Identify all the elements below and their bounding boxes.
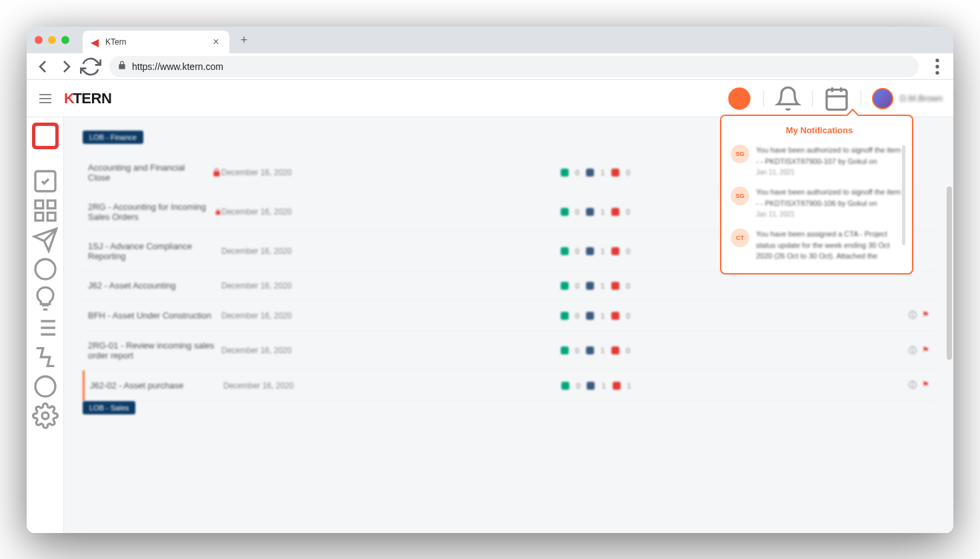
status-blue-icon	[586, 247, 594, 255]
status-value: 1	[601, 346, 605, 354]
row-date: December 16, 2020	[221, 207, 315, 217]
row-date: December 16, 2020	[223, 381, 317, 390]
flag-icon[interactable]: ⚑	[922, 310, 929, 321]
logo-text: TERN	[73, 90, 111, 107]
window-minimize-button[interactable]	[48, 36, 56, 44]
notification-date: Jan 11, 2021	[756, 211, 903, 218]
lock-icon	[215, 207, 221, 217]
info-icon[interactable]: ⓘ	[909, 345, 917, 356]
browser-tab[interactable]: ◀ KTern ×	[83, 31, 229, 53]
divider	[812, 91, 813, 107]
status-value: 0	[626, 282, 630, 290]
table-row[interactable]: 2RG-01 - Review incoming sales order rep…	[83, 331, 935, 370]
status-red-icon	[611, 312, 619, 320]
sidebar-item-list[interactable]	[32, 314, 59, 341]
row-date: December 16, 2020	[221, 346, 315, 355]
group-label[interactable]: LOB - Sales	[83, 401, 135, 414]
row-name: 2RG - Accounting for Incoming Sales Orde…	[88, 202, 221, 222]
table-row[interactable]: J62 - Asset Accounting December 16, 2020…	[83, 271, 935, 300]
address-bar[interactable]: https://www.ktern.com	[109, 56, 919, 77]
logo[interactable]: K TERN	[64, 90, 111, 107]
notification-avatar: CT	[731, 229, 749, 247]
row-status: 0 1 0	[315, 282, 876, 290]
notifications-button[interactable]	[775, 85, 801, 112]
help-button[interactable]	[726, 85, 753, 112]
svg-point-13	[42, 412, 49, 419]
sidebar-item-transform[interactable]	[32, 344, 59, 370]
status-red-icon	[611, 169, 619, 177]
row-status: 0 1 1	[317, 382, 876, 390]
svg-rect-10	[47, 213, 55, 221]
notification-text: You have been authorized to signoff the …	[756, 187, 903, 209]
sidebar-item-loop[interactable]	[32, 373, 59, 400]
user-menu[interactable]: D.M.Brown	[872, 88, 943, 109]
flag-icon[interactable]: ⚑	[922, 345, 929, 356]
divider	[861, 91, 861, 107]
sidebar-item-bulb[interactable]	[32, 285, 59, 312]
svg-rect-9	[35, 213, 43, 221]
group-label[interactable]: LOB - Finance	[83, 131, 143, 144]
svg-rect-4	[827, 89, 847, 109]
browser-menu-button[interactable]	[927, 56, 948, 77]
row-name: J62 - Asset Accounting	[88, 280, 221, 290]
notification-item[interactable]: SG You have been authorized to signoff t…	[731, 145, 903, 176]
table-row[interactable]: J62-02 - Asset purchase December 16, 202…	[83, 370, 935, 401]
sidebar-item-tasks[interactable]	[32, 168, 59, 195]
row-actions: ⓘ⚑	[876, 380, 929, 391]
notification-item[interactable]: CT You have been assigned a CTA - Projec…	[731, 229, 903, 264]
tab-close-button[interactable]: ×	[211, 37, 221, 47]
sidebar-item-settings[interactable]	[32, 402, 59, 429]
page-scrollbar[interactable]	[947, 187, 952, 360]
notifications-list: SG You have been authorized to signoff t…	[731, 145, 908, 264]
table-row[interactable]: BFH - Asset Under Construction December …	[83, 300, 935, 331]
status-red-icon	[611, 282, 619, 290]
menu-toggle-button[interactable]	[37, 91, 53, 107]
svg-rect-7	[35, 201, 43, 209]
notification-text: You have been authorized to signoff the …	[756, 145, 903, 167]
row-actions: ⓘ⚑	[876, 345, 929, 356]
status-green-icon	[561, 247, 569, 255]
status-value: 0	[575, 247, 579, 255]
traffic-lights	[35, 36, 69, 44]
divider	[763, 91, 764, 107]
notification-item[interactable]: SG You have been authorized to signoff t…	[731, 187, 903, 218]
info-icon[interactable]: ⓘ	[909, 380, 917, 391]
svg-point-1	[935, 65, 939, 68]
notification-avatar: SG	[731, 145, 749, 163]
new-tab-button[interactable]: +	[235, 31, 253, 49]
row-name: Accounting and Financial Close	[88, 163, 221, 183]
forward-button[interactable]	[56, 56, 77, 77]
status-red-icon	[613, 382, 621, 390]
notifications-popover: My Notifications SG You have been author…	[720, 115, 913, 275]
status-value: 1	[601, 312, 605, 320]
sidebar-item-grid[interactable]	[32, 197, 59, 224]
svg-rect-8	[47, 201, 55, 209]
row-date: December 16, 2020	[221, 281, 315, 290]
status-value: 1	[601, 208, 605, 216]
status-value: 0	[575, 312, 579, 320]
username: D.M.Brown	[900, 93, 943, 103]
row-name: 1SJ - Advance Compliance Reporting	[88, 241, 221, 261]
sidebar-item-dashboard[interactable]	[32, 123, 59, 149]
status-value: 1	[601, 247, 605, 255]
calendar-button[interactable]	[823, 85, 850, 112]
window-maximize-button[interactable]	[61, 36, 69, 44]
status-value: 0	[626, 247, 630, 255]
info-icon[interactable]: ⓘ	[909, 310, 917, 321]
lock-icon	[117, 61, 127, 73]
row-date: December 16, 2020	[221, 168, 315, 177]
window-close-button[interactable]	[35, 36, 43, 44]
reload-button[interactable]	[80, 56, 101, 77]
url-text: https://www.ktern.com	[132, 61, 223, 72]
sidebar-item-circle[interactable]	[32, 256, 59, 282]
browser-window: ◀ KTern × + https://www.ktern.com	[27, 27, 953, 533]
notifications-title: My Notifications	[731, 125, 908, 135]
row-actions: ⓘ⚑	[876, 310, 929, 321]
sidebar-item-send[interactable]	[32, 227, 59, 253]
flag-icon[interactable]: ⚑	[922, 380, 929, 391]
back-button[interactable]	[32, 56, 53, 77]
status-value: 0	[626, 208, 630, 216]
status-green-icon	[561, 382, 569, 390]
status-value: 0	[575, 169, 579, 177]
app: K TERN D.M.Brown	[27, 80, 953, 533]
